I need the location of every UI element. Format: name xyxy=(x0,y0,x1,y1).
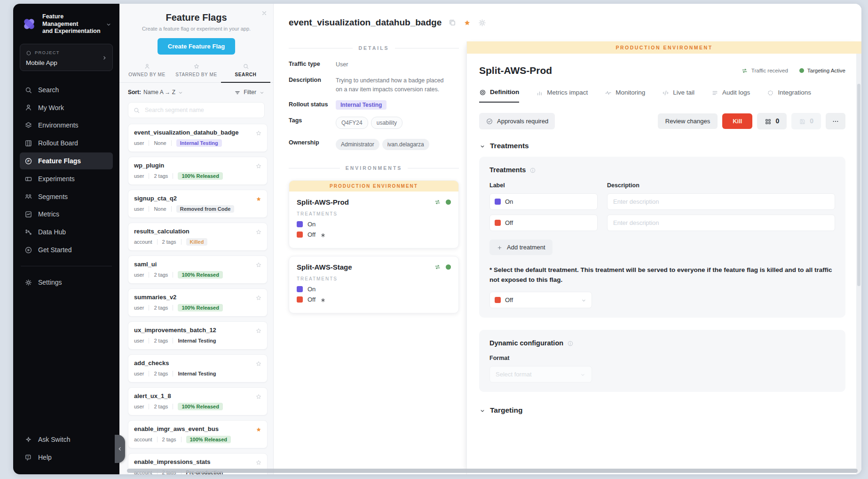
flag-detail-region: event_visualization_datahub_badge DETAIL… xyxy=(274,4,861,474)
flag-list-item[interactable]: ux_improvements_batch_12user2 tagsIntern… xyxy=(128,321,268,350)
app-logo-row[interactable]: Feature Managementand Experimentation xyxy=(20,13,113,35)
flag-tags-count: 2 tags xyxy=(154,404,168,409)
tab-audit-logs[interactable]: Audit logs xyxy=(711,88,750,103)
flag-list-item[interactable]: alert_ux_1_8user2 tags100% Released xyxy=(128,387,268,415)
copy-icon[interactable] xyxy=(448,18,457,27)
environment-board: PRODUCTION ENVIRONMENT Split-AWS-Prod Tr… xyxy=(466,41,861,474)
flag-meta: userNoneRemoved from Code xyxy=(134,205,261,213)
sidebar-item-ask-switch[interactable]: Ask Switch xyxy=(20,431,113,448)
sidebar-item-feature-flags[interactable]: PFeature Flags xyxy=(20,152,113,169)
star-icon[interactable] xyxy=(255,392,262,400)
flag-name: alert_ux_1_8 xyxy=(134,392,261,399)
flag-details-column: DETAILS Traffic typeUserDescriptionTryin… xyxy=(274,41,466,474)
add-treatment-button[interactable]: Add treatment xyxy=(489,240,552,255)
sidebar-collapse-handle[interactable] xyxy=(115,435,125,463)
flag-list-item[interactable]: enable_imgr_aws_event_busaccount2 tags10… xyxy=(128,420,268,448)
sidebar-item-settings[interactable]: Settings xyxy=(20,274,113,291)
format-placeholder: Select format xyxy=(496,371,532,378)
more-options-button[interactable] xyxy=(826,113,845,129)
tab-live-tail[interactable]: Live tail xyxy=(662,88,694,103)
flags-tab-owned-by-me[interactable]: OWNED BY ME xyxy=(122,63,172,83)
tab-monitoring[interactable]: Monitoring xyxy=(605,88,645,103)
action-row: Approvals required Review changes Kill 0… xyxy=(479,113,845,129)
star-icon[interactable] xyxy=(255,425,262,433)
star-icon[interactable] xyxy=(255,326,262,335)
list-icon xyxy=(711,89,718,96)
flags-tab-starred-by-me[interactable]: STARRED BY ME xyxy=(172,63,221,83)
sort-value: Name A → Z xyxy=(143,89,175,96)
star-icon[interactable] xyxy=(255,260,262,269)
environment-name: Split-AWS-Prod xyxy=(479,65,552,76)
star-icon[interactable] xyxy=(255,161,262,170)
flags-tab-search[interactable]: SEARCH xyxy=(221,63,270,83)
star-icon[interactable] xyxy=(255,227,262,236)
scrollbar-thumb[interactable] xyxy=(857,84,860,286)
treatment-row: On xyxy=(297,286,451,293)
segments-icon xyxy=(24,192,32,201)
treatment-editor-row: OnEnter description xyxy=(489,193,835,210)
flag-traffic-type: user xyxy=(134,338,144,343)
flag-list-item[interactable]: signup_cta_q2userNoneRemoved from Code xyxy=(128,190,268,218)
detail-label: Rollout status xyxy=(289,101,336,110)
star-icon[interactable] xyxy=(463,18,471,27)
sidebar-item-rollout-board[interactable]: Rollout Board xyxy=(20,135,113,152)
vertical-scrollbar[interactable] xyxy=(856,54,861,474)
create-feature-flag-button[interactable]: Create Feature Flag xyxy=(158,38,235,55)
flag-list-item[interactable]: results_calculationaccount2 tagsKilled xyxy=(128,223,268,251)
default-treatment-select[interactable]: Off xyxy=(489,292,592,308)
search-input[interactable] xyxy=(144,106,260,114)
flag-name: saml_ui xyxy=(134,261,261,268)
kill-button[interactable]: Kill xyxy=(722,113,752,129)
flag-list-item[interactable]: event_visualization_datahub_badgeuserNon… xyxy=(128,124,268,152)
rules-count-button[interactable]: 0 xyxy=(757,113,787,129)
review-changes-button[interactable]: Review changes xyxy=(658,113,718,129)
sidebar-item-help[interactable]: ?Help xyxy=(20,449,113,466)
chevron-down-icon xyxy=(105,20,112,28)
close-icon[interactable] xyxy=(261,8,268,17)
filter-label: Filter xyxy=(244,89,256,96)
environment-card-split-aws-stage[interactable]: Split-AWS-StageTREATMENTSOnOff xyxy=(289,256,459,313)
tab-metrics-impact[interactable]: Metrics impact xyxy=(536,88,588,103)
flag-list-item[interactable]: add_checksuser2 tagsInternal Testing xyxy=(128,354,268,383)
project-selector[interactable]: PROJECT Mobile App xyxy=(20,44,113,71)
tab-definition[interactable]: Definition xyxy=(479,88,519,103)
horizontal-scrollbar[interactable] xyxy=(127,469,858,473)
treatment-description-input[interactable]: Enter description xyxy=(607,193,835,210)
sidebar-item-metrics[interactable]: Metrics xyxy=(20,206,113,223)
flag-traffic-type: user xyxy=(134,206,144,212)
treatment-label-input[interactable]: Off xyxy=(489,215,598,231)
filter-button[interactable]: Filter xyxy=(234,89,265,96)
treatments-card: Treatments Label Description OnEnter des… xyxy=(479,157,845,318)
sidebar-item-segments[interactable]: Segments xyxy=(20,188,113,205)
treatments-section-toggle[interactable]: Treatments xyxy=(479,142,845,150)
dynamic-configuration-title: Dynamic configuration xyxy=(489,339,563,347)
sidebar-item-get-started[interactable]: Get Started xyxy=(20,241,113,258)
metrics-icon xyxy=(24,210,32,218)
star-icon[interactable] xyxy=(255,458,262,466)
star-icon[interactable] xyxy=(255,194,262,203)
sidebar-item-search[interactable]: Search xyxy=(20,81,113,98)
treatment-label-input[interactable]: On xyxy=(489,193,598,210)
sort-control[interactable]: Sort: Name A → Z xyxy=(128,89,183,96)
environment-card-split-aws-prod[interactable]: PRODUCTION ENVIRONMENTSplit-AWS-ProdTREA… xyxy=(289,180,459,248)
format-select[interactable]: Select format xyxy=(489,366,592,383)
ellipsis-icon xyxy=(832,117,839,125)
chevron-down-icon xyxy=(479,142,486,150)
targeting-section-toggle[interactable]: Targeting xyxy=(479,406,845,415)
gear-icon[interactable] xyxy=(478,18,487,27)
flag-list-item[interactable]: wp_pluginuser2 tags100% Released xyxy=(128,157,268,185)
flag-list-item[interactable]: saml_uiuser2 tags100% Released xyxy=(128,255,268,284)
treatment-label: On xyxy=(308,221,316,228)
flag-list-item[interactable]: summaries_v2user2 tags100% Released xyxy=(128,288,268,317)
play-icon xyxy=(24,246,32,254)
star-icon[interactable] xyxy=(255,128,262,137)
tab-integrations[interactable]: Integrations xyxy=(767,88,811,103)
sidebar-item-experiments[interactable]: Experiments xyxy=(20,170,113,187)
treatment-description-input[interactable]: Enter description xyxy=(607,215,835,231)
flags-search-box[interactable] xyxy=(128,102,265,118)
sidebar-item-data-hub[interactable]: Data Hub xyxy=(20,224,113,240)
star-icon[interactable] xyxy=(255,293,262,302)
star-icon[interactable] xyxy=(255,359,262,367)
sidebar-item-my-work[interactable]: My Work xyxy=(20,99,113,116)
sidebar-item-environments[interactable]: Environments xyxy=(20,117,113,134)
